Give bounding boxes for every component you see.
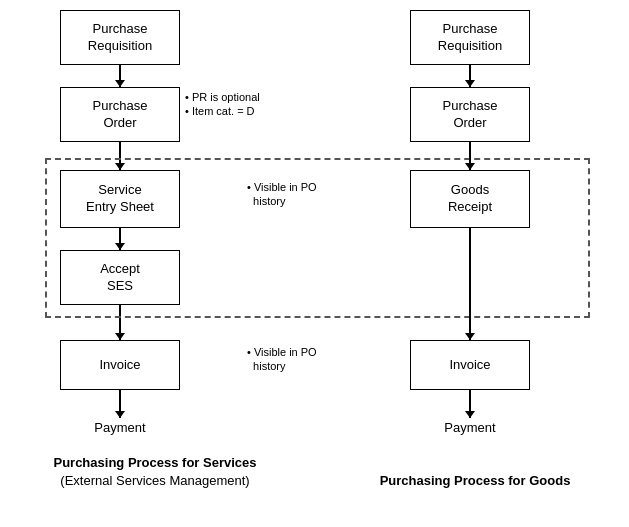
footer-left: Purchasing Process for Services (Externa…: [0, 454, 310, 490]
left-po-annotation: • PR is optional• Item cat. = D: [185, 90, 260, 119]
right-arrow-invoice-payment: [469, 390, 471, 418]
right-arrow-gr-invoice: [469, 228, 471, 340]
right-pr-label: PurchaseRequisition: [438, 21, 502, 55]
right-arrow-pr-po: [469, 65, 471, 87]
footer-left-title: Purchasing Process for Services: [53, 455, 256, 470]
right-po-box: PurchaseOrder: [410, 87, 530, 142]
left-invoice-box: Invoice: [60, 340, 180, 390]
left-po-ann-text: • PR is optional• Item cat. = D: [185, 91, 260, 117]
right-payment-label: Payment: [410, 420, 530, 435]
left-arrow-pr-po: [119, 65, 121, 87]
left-po-label: PurchaseOrder: [93, 98, 148, 132]
right-po-label: PurchaseOrder: [443, 98, 498, 132]
left-arrow-invoice-payment: [119, 390, 121, 418]
left-invoice-ann-text: • Visible in PO history: [247, 346, 317, 372]
left-invoice-annotation: • Visible in PO history: [247, 345, 317, 374]
right-gr-label: GoodsReceipt: [448, 182, 492, 216]
left-pr-label: Purchase Requisition: [61, 21, 179, 55]
right-gr-box: GoodsReceipt: [410, 170, 530, 228]
diagram-container: Purchase Requisition PurchaseOrder • PR …: [0, 0, 629, 490]
left-pr-box: Purchase Requisition: [60, 10, 180, 65]
footer-left-subtitle: (External Services Management): [60, 473, 249, 488]
right-invoice-label: Invoice: [449, 357, 490, 374]
right-arrow-po-gr: [469, 142, 471, 170]
left-invoice-label: Invoice: [99, 357, 140, 374]
left-payment-label: Payment: [60, 420, 180, 435]
footer-right-title: Purchasing Process for Goods: [380, 473, 571, 488]
right-invoice-box: Invoice: [410, 340, 530, 390]
footer-right: Purchasing Process for Goods: [320, 472, 629, 490]
left-po-box: PurchaseOrder: [60, 87, 180, 142]
right-pr-box: PurchaseRequisition: [410, 10, 530, 65]
